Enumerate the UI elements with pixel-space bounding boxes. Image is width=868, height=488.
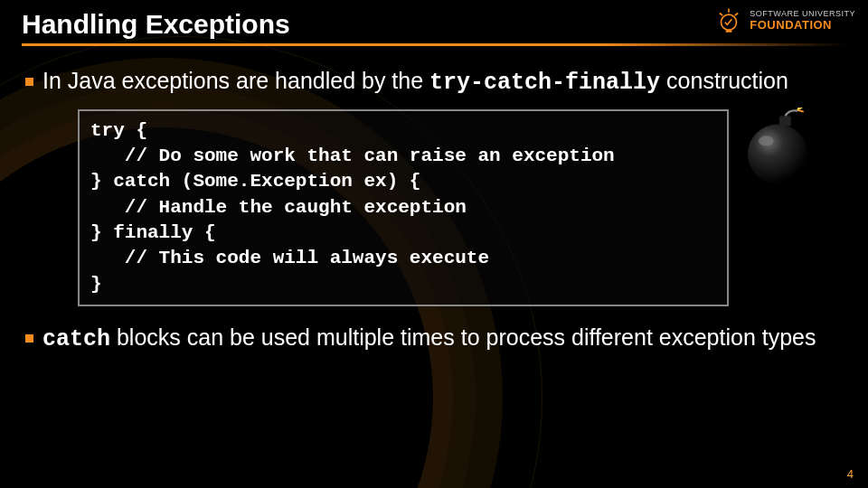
slide: SOFTWARE UNIVERSITY FOUNDATION Handling … [0, 0, 868, 488]
bullet-2-code: catch [42, 326, 110, 352]
bullet-1-post: construction [660, 68, 788, 93]
bullet-2-post: blocks can be used multiple times to pro… [110, 324, 816, 350]
brand-text: SOFTWARE UNIVERSITY FOUNDATION [750, 10, 855, 31]
bullet-1: In Java exceptions are handled by the tr… [25, 66, 843, 99]
code-block: try { // Do some work that can raise an … [78, 109, 729, 306]
brand-logo: SOFTWARE UNIVERSITY FOUNDATION [713, 5, 855, 36]
page-number: 4 [847, 467, 854, 481]
bullet-1-pre: In Java exceptions are handled by the [42, 68, 429, 93]
bullet-1-code: try-catch-finally [429, 70, 660, 96]
svg-point-8 [748, 124, 807, 183]
svg-line-3 [735, 14, 738, 16]
title-underline [22, 43, 846, 46]
bullet-2: catch blocks can be used multiple times … [25, 323, 843, 355]
bomb-icon [736, 106, 823, 192]
svg-line-2 [720, 14, 722, 16]
svg-line-6 [797, 110, 803, 112]
code-row: try { // Do some work that can raise an … [78, 109, 843, 306]
slide-content: In Java exceptions are handled by the tr… [22, 66, 846, 355]
lightbulb-icon [713, 5, 744, 36]
svg-point-9 [759, 136, 774, 145]
bullet-marker-icon [25, 78, 33, 86]
bullet-marker-icon [25, 334, 33, 343]
svg-rect-4 [779, 116, 791, 126]
